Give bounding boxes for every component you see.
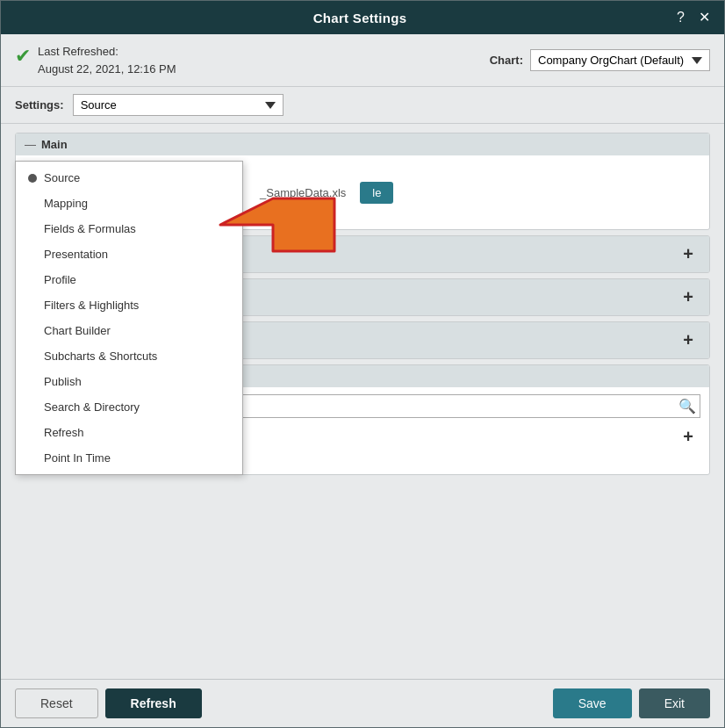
dropdown-item-label: Point In Time bbox=[44, 451, 111, 465]
dropdown-item-publish[interactable]: Publish bbox=[16, 369, 242, 394]
dropdown-item-label: Publish bbox=[44, 375, 82, 388]
dot-icon bbox=[28, 174, 37, 183]
dropdown-item-label: Subcharts & Shortcuts bbox=[44, 350, 157, 363]
dropdown-item-label: Filters & Highlights bbox=[44, 299, 139, 312]
settings-label: Settings: bbox=[15, 98, 64, 112]
dropdown-item-label: Refresh bbox=[44, 426, 84, 439]
dropdown-item-presentation[interactable]: Presentation bbox=[16, 241, 242, 267]
co-head-plus-button[interactable]: + bbox=[676, 423, 700, 450]
dropdown-item-label: Chart Builder bbox=[44, 324, 111, 337]
dropdown-item-profile[interactable]: Profile bbox=[16, 267, 242, 292]
dialog-title: Chart Settings bbox=[47, 11, 673, 25]
edit-button[interactable]: le bbox=[360, 182, 393, 204]
dropdown-item-chart-builder[interactable]: Chart Builder bbox=[16, 318, 242, 343]
dropdown-item-label: Search & Directory bbox=[44, 400, 140, 414]
settings-bar: Settings: Source Mapping Fields & Formul… bbox=[1, 87, 724, 124]
sample-data-label: _SampleData.xls bbox=[260, 186, 346, 199]
merge-plus-button[interactable]: + bbox=[676, 284, 700, 311]
chart-select[interactable]: Company OrgChart (Default) bbox=[530, 49, 710, 71]
dropdown-item-label: Source bbox=[44, 171, 80, 184]
chart-label: Chart: bbox=[490, 54, 523, 67]
dropdown-item-fields-formulas[interactable]: Fields & Formulas bbox=[16, 216, 242, 241]
check-icon: ✔ bbox=[15, 45, 31, 68]
dropdown-item-subcharts-shortcuts[interactable]: Subcharts & Shortcuts bbox=[16, 343, 242, 369]
refresh-info: ✔ Last Refreshed: August 22, 2021, 12:16… bbox=[15, 43, 176, 77]
settings-dropdown[interactable]: Source Mapping Fields & Formulas Present… bbox=[15, 161, 243, 475]
main-section-header: — Main bbox=[16, 133, 709, 155]
close-button[interactable]: ✕ bbox=[695, 11, 714, 25]
title-bar: Chart Settings ? ✕ bbox=[1, 1, 724, 34]
dropdown-item-label: Mapping bbox=[44, 197, 88, 210]
save-button[interactable]: Save bbox=[553, 688, 632, 718]
bottom-bar: Reset Refresh Save Exit bbox=[1, 679, 724, 727]
dropdown-item-label: Profile bbox=[44, 273, 76, 286]
main-content: Source Mapping Fields & Formulas Present… bbox=[1, 124, 724, 679]
settings-select[interactable]: Source Mapping Fields & Formulas Present… bbox=[73, 94, 284, 116]
bottom-right-buttons: Save Exit bbox=[553, 688, 710, 718]
last-refreshed-label: Last Refreshed: bbox=[38, 43, 176, 61]
dropdown-item-point-in-time[interactable]: Point In Time bbox=[16, 445, 242, 471]
exit-button[interactable]: Exit bbox=[639, 688, 710, 718]
appearance-plus-button[interactable]: + bbox=[676, 241, 700, 268]
dropdown-item-refresh[interactable]: Refresh bbox=[16, 420, 242, 445]
last-refreshed-value: August 22, 2021, 12:16 PM bbox=[38, 61, 176, 78]
refresh-text: Last Refreshed: August 22, 2021, 12:16 P… bbox=[38, 43, 176, 77]
main-section-title: Main bbox=[41, 138, 68, 151]
top-bar: ✔ Last Refreshed: August 22, 2021, 12:16… bbox=[1, 34, 724, 87]
dropdown-item-source[interactable]: Source bbox=[16, 165, 242, 191]
import-plus-button[interactable]: + bbox=[676, 327, 700, 354]
title-bar-controls: ? ✕ bbox=[673, 11, 714, 25]
bottom-left-buttons: Reset Refresh bbox=[15, 688, 202, 718]
dropdown-item-mapping[interactable]: Mapping bbox=[16, 191, 242, 216]
chart-select-area: Chart: Company OrgChart (Default) bbox=[490, 49, 710, 71]
chart-settings-dialog: Chart Settings ? ✕ ✔ Last Refreshed: Aug… bbox=[0, 0, 725, 728]
dropdown-item-search-directory[interactable]: Search & Directory bbox=[16, 394, 242, 420]
dropdown-item-filters-highlights[interactable]: Filters & Highlights bbox=[16, 292, 242, 318]
dropdown-item-label: Fields & Formulas bbox=[44, 222, 136, 235]
reset-button[interactable]: Reset bbox=[15, 688, 98, 718]
help-button[interactable]: ? bbox=[673, 11, 688, 25]
search-button[interactable]: 🔍 bbox=[674, 394, 700, 418]
refresh-button[interactable]: Refresh bbox=[105, 688, 202, 718]
dropdown-item-label: Presentation bbox=[44, 248, 108, 261]
